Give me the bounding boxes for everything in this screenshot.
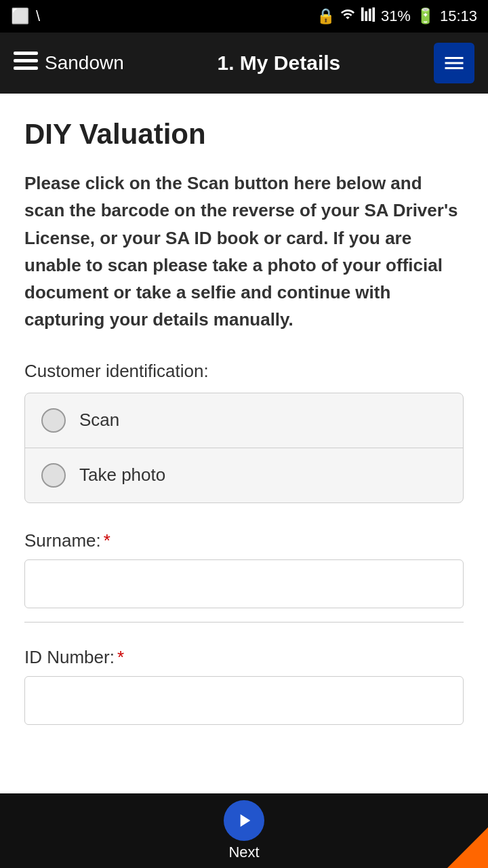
backslash-icon: \ [36,7,40,25]
wifi-icon [340,7,355,26]
radio-scan-label: Scan [79,410,119,431]
radio-take-photo-label: Take photo [79,465,165,486]
surname-required-star: * [104,530,110,551]
id-number-label: ID Number:* [24,647,464,668]
battery-level: 31% [381,7,411,25]
id-number-field-group: ID Number:* [24,647,464,725]
screen-icon: ⬜ [11,7,29,25]
corner-decoration [447,827,488,868]
id-number-input[interactable] [24,676,464,725]
customer-id-label: Customer identification: [24,361,464,382]
radio-scan-circle [41,408,66,433]
svg-rect-1 [14,59,38,62]
status-right-icons: 🔒 31% 🔋 15:13 [317,7,477,26]
next-button-label: Next [228,844,259,861]
description-text: Please click on the Scan button here bel… [24,170,464,334]
svg-rect-2 [14,66,38,70]
battery-icon: 🔋 [416,7,434,25]
lock-icon: 🔒 [317,7,335,25]
surname-label: Surname:* [24,530,464,551]
page-title: DIY Valuation [24,118,464,151]
logo-text: Sandown [45,52,124,74]
clock: 15:13 [440,7,477,25]
surname-input[interactable] [24,559,464,608]
next-button[interactable]: Next [224,800,264,861]
main-content: DIY Valuation Please click on the Scan b… [0,94,488,868]
radio-take-photo-circle [41,463,66,488]
surname-field-group: Surname:* [24,530,464,623]
signal-icon [361,7,375,26]
id-number-required-star: * [117,647,124,667]
customer-id-radio-group: Scan Take photo [24,393,464,503]
menu-icon [442,51,466,75]
radio-take-photo[interactable]: Take photo [25,448,463,502]
surname-divider [24,622,464,623]
header-title: 1. My Details [124,52,434,75]
next-button-icon-circle [224,800,264,841]
menu-button[interactable] [434,43,474,83]
logo-icon [14,52,38,75]
radio-scan[interactable]: Scan [25,393,463,448]
status-left-icons: ⬜ \ [11,7,40,25]
next-arrow-icon [233,810,255,831]
status-bar: ⬜ \ 🔒 31% 🔋 15:13 [0,0,488,33]
app-header: Sandown 1. My Details [0,33,488,94]
app-logo: Sandown [14,52,124,75]
svg-rect-0 [14,52,38,55]
bottom-bar: Next [0,793,488,868]
